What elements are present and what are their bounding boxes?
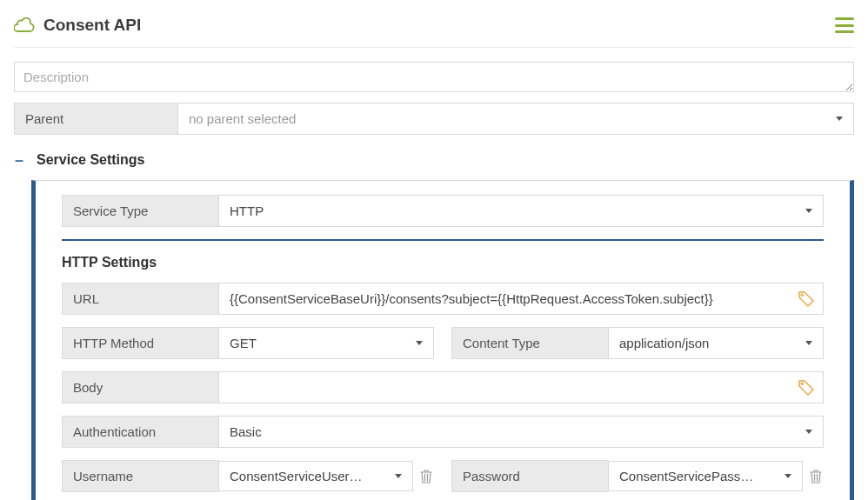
trash-icon[interactable] — [810, 469, 824, 484]
content-type-value: application/json — [619, 336, 709, 350]
auth-label: Authentication — [62, 416, 218, 448]
password-value: ConsentServicePass… — [619, 469, 753, 483]
tag-icon[interactable] — [798, 291, 814, 307]
chevron-down-icon — [785, 474, 791, 478]
chevron-down-icon — [805, 209, 812, 213]
service-type-value: HTTP — [230, 203, 264, 218]
auth-value: Basic — [230, 424, 262, 439]
description-input[interactable] — [14, 62, 854, 92]
chevron-down-icon — [395, 474, 402, 478]
chevron-down-icon — [416, 341, 423, 345]
parent-label: Parent — [14, 103, 177, 135]
content-type-label: Content Type — [451, 327, 608, 359]
password-select[interactable]: ConsentServicePass… — [608, 461, 803, 491]
password-label: Password — [451, 460, 608, 492]
parent-select-value: no parent selected — [189, 111, 296, 126]
auth-select[interactable]: Basic — [218, 416, 824, 448]
page-title: Consent API — [43, 16, 141, 35]
body-input-wrap — [218, 371, 824, 403]
http-method-select[interactable]: GET — [218, 327, 434, 359]
svg-point-0 — [801, 294, 803, 296]
url-label: URL — [62, 283, 218, 315]
http-method-value: GET — [230, 336, 257, 350]
section-divider — [62, 239, 824, 241]
username-select[interactable]: ConsentServiceUser… — [218, 461, 413, 491]
svg-point-1 — [801, 383, 803, 384]
page-header: Consent API — [14, 16, 854, 48]
username-value: ConsentServiceUser… — [230, 469, 363, 483]
chevron-down-icon — [805, 430, 812, 434]
hamburger-menu-icon[interactable] — [835, 17, 854, 33]
url-input[interactable] — [219, 284, 790, 313]
service-type-label: Service Type — [62, 195, 218, 227]
chevron-down-icon — [836, 117, 843, 121]
service-settings-panel: Service Type HTTP HTTP Settings URL HTTP — [31, 180, 854, 500]
service-type-select[interactable]: HTTP — [218, 195, 824, 227]
trash-icon[interactable] — [420, 469, 434, 484]
section-title: Service Settings — [37, 152, 145, 168]
tag-icon[interactable] — [798, 380, 814, 396]
url-input-wrap — [218, 283, 824, 315]
body-input[interactable] — [219, 373, 790, 402]
parent-select[interactable]: no parent selected — [177, 103, 854, 135]
cloud-icon — [14, 17, 35, 33]
body-label: Body — [62, 371, 218, 403]
content-type-select[interactable]: application/json — [608, 327, 824, 359]
username-label: Username — [62, 460, 218, 492]
http-method-label: HTTP Method — [62, 327, 218, 359]
http-settings-title: HTTP Settings — [62, 255, 824, 270]
chevron-down-icon — [805, 341, 812, 345]
collapse-toggle-icon[interactable]: – — [14, 152, 24, 168]
